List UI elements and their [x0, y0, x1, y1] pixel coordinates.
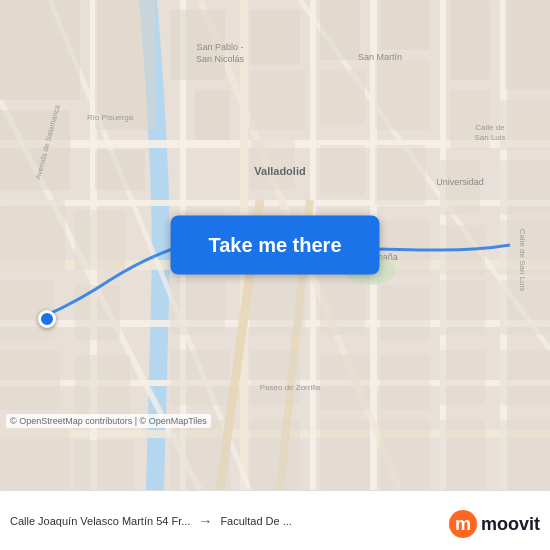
svg-rect-60 [500, 160, 550, 215]
svg-text:Paseo de Zorrilla: Paseo de Zorrilla [260, 383, 321, 392]
svg-rect-44 [75, 355, 130, 415]
svg-rect-59 [440, 280, 485, 335]
svg-rect-25 [195, 90, 230, 140]
moovit-logo-icon: m [449, 510, 477, 538]
svg-rect-47 [170, 280, 225, 335]
svg-text:Calle de: Calle de [475, 123, 505, 132]
copyright-text: © OpenStreetMap contributors | © OpenMap… [6, 414, 211, 428]
svg-rect-34 [320, 70, 365, 125]
moovit-logo: m moovit [449, 510, 540, 538]
svg-rect-42 [75, 210, 125, 270]
svg-rect-67 [500, 350, 550, 405]
svg-rect-30 [505, 0, 550, 90]
svg-text:San Luis: San Luis [474, 133, 505, 142]
svg-rect-64 [320, 355, 370, 410]
moovit-m-letter: m [455, 514, 471, 535]
svg-text:San Martín: San Martín [358, 52, 402, 62]
svg-rect-45 [75, 440, 135, 490]
svg-rect-41 [0, 430, 70, 490]
svg-rect-72 [500, 420, 550, 490]
svg-rect-57 [380, 285, 430, 340]
svg-text:Río Pisuerga: Río Pisuerga [87, 113, 134, 122]
svg-rect-35 [375, 145, 425, 205]
svg-rect-31 [375, 60, 430, 130]
svg-rect-28 [380, 0, 430, 50]
svg-rect-36 [440, 160, 480, 215]
svg-rect-69 [320, 420, 370, 490]
svg-rect-27 [320, 0, 360, 60]
svg-rect-63 [250, 350, 300, 405]
moovit-logo-text: moovit [481, 514, 540, 535]
svg-rect-68 [250, 420, 300, 490]
svg-rect-65 [380, 355, 430, 410]
svg-rect-37 [500, 100, 550, 150]
take-me-there-button[interactable]: Take me there [170, 216, 379, 275]
from-location: Calle Joaquín Velasco Martín 54 Fr... [10, 515, 190, 527]
svg-rect-22 [95, 0, 155, 130]
to-location: Facultad De ... [220, 515, 292, 527]
svg-rect-48 [170, 350, 230, 405]
svg-rect-66 [440, 350, 485, 405]
svg-rect-52 [250, 280, 305, 335]
svg-text:Universidad: Universidad [436, 177, 484, 187]
svg-rect-49 [170, 420, 230, 490]
svg-rect-26 [250, 10, 300, 65]
svg-rect-70 [380, 420, 430, 490]
svg-rect-29 [450, 0, 490, 80]
map-container: Valladolid San Pablo - San Nicolás San M… [0, 0, 550, 490]
svg-text:San Pablo -: San Pablo - [196, 42, 243, 52]
svg-rect-23 [95, 150, 145, 190]
svg-rect-38 [0, 200, 65, 270]
origin-marker [38, 310, 56, 328]
svg-rect-71 [440, 420, 485, 490]
bottom-bar: Calle Joaquín Velasco Martín 54 Fr... → … [0, 490, 550, 550]
svg-rect-20 [0, 0, 80, 100]
svg-text:Calle de San Luis: Calle de San Luis [518, 229, 527, 292]
svg-rect-55 [320, 280, 365, 335]
route-arrow-icon: → [198, 513, 212, 529]
svg-rect-43 [75, 285, 120, 340]
svg-text:Valladolid: Valladolid [254, 165, 305, 177]
svg-rect-40 [0, 350, 60, 410]
svg-rect-33 [250, 70, 305, 130]
svg-text:San Nicolás: San Nicolás [196, 54, 245, 64]
svg-rect-53 [320, 145, 365, 195]
